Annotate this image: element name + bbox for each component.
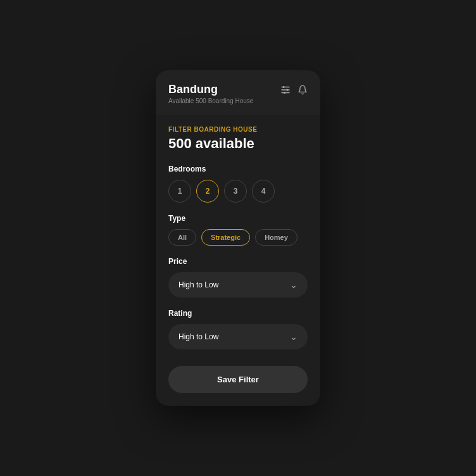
bedroom-btn-2[interactable]: 2 (196, 180, 219, 203)
bedrooms-section: Bedrooms 1 2 3 4 (168, 165, 308, 203)
header-subtitle: Available 500 Boarding House (168, 97, 253, 104)
type-btn-all[interactable]: All (168, 229, 196, 246)
type-section: Type All Strategic Homey (168, 214, 308, 246)
rating-dropdown[interactable]: High to Low ⌄ (168, 324, 308, 349)
price-section: Price High to Low ⌄ (168, 257, 308, 298)
header: Bandung Available 500 Boarding House (156, 70, 320, 115)
bedroom-btn-1[interactable]: 1 (168, 180, 191, 203)
rating-dropdown-arrow: ⌄ (290, 332, 298, 342)
type-title: Type (168, 214, 308, 223)
bell-icon[interactable] (298, 84, 308, 96)
svg-point-3 (283, 86, 285, 88)
rating-section: Rating High to Low ⌄ (168, 309, 308, 349)
svg-point-4 (287, 89, 289, 91)
bedrooms-title: Bedrooms (168, 165, 308, 173)
type-options: All Strategic Homey (168, 229, 308, 246)
header-icons (280, 84, 308, 96)
price-selected: High to Low (178, 280, 218, 289)
available-count: 500 available (168, 135, 308, 152)
phone-card: Bandung Available 500 Boarding House (156, 70, 320, 406)
filter-icon[interactable] (280, 84, 291, 96)
rating-title: Rating (168, 309, 308, 318)
price-title: Price (168, 257, 308, 266)
svg-point-5 (284, 92, 285, 94)
bedroom-options: 1 2 3 4 (168, 180, 308, 203)
bedroom-btn-4[interactable]: 4 (252, 180, 275, 203)
header-left: Bandung Available 500 Boarding House (168, 83, 253, 105)
price-dropdown-arrow: ⌄ (290, 280, 298, 290)
filter-label: Filter Boarding House (168, 126, 308, 133)
price-dropdown[interactable]: High to Low ⌄ (168, 272, 308, 298)
type-btn-strategic[interactable]: Strategic (201, 229, 250, 246)
city-name: Bandung (168, 83, 253, 97)
save-filter-button[interactable]: Save Filter (168, 366, 308, 393)
bedroom-btn-3[interactable]: 3 (224, 180, 247, 203)
rating-selected: High to Low (178, 332, 218, 341)
content: Filter Boarding House 500 available Bedr… (156, 115, 320, 406)
type-btn-homey[interactable]: Homey (255, 229, 298, 246)
